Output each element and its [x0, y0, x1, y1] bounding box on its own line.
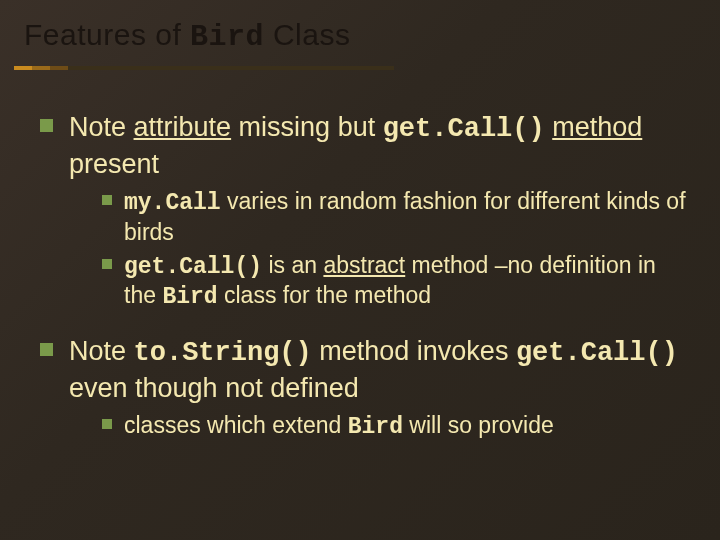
text-run: Note attribute missing but get.Call() me…	[69, 110, 692, 181]
slide-title: Features of Bird Class	[0, 0, 720, 54]
bullet-square-icon	[102, 419, 112, 429]
text-run: my.Call varies in random fashion for dif…	[124, 187, 692, 247]
text-run: get.Call() is an abstract method –no def…	[124, 251, 692, 313]
bullet-square-icon	[102, 259, 112, 269]
bullet-square-icon	[102, 195, 112, 205]
title-suffix: Class	[264, 18, 350, 51]
slide-body: Note attribute missing but get.Call() me…	[0, 70, 720, 442]
sub-bullet-list: classes which extend Bird will so provid…	[102, 411, 692, 442]
text-run: classes which extend Bird will so provid…	[124, 411, 554, 442]
text-run: Note to.String() method invokes get.Call…	[69, 334, 692, 405]
bullet-level1: Note to.String() method invokes get.Call…	[40, 334, 692, 405]
title-divider	[14, 66, 394, 70]
bullet-level1: Note attribute missing but get.Call() me…	[40, 110, 692, 181]
title-code: Bird	[190, 20, 264, 54]
bullet-square-icon	[40, 119, 53, 132]
bullet-level2: my.Call varies in random fashion for dif…	[102, 187, 692, 247]
bullet-level2: get.Call() is an abstract method –no def…	[102, 251, 692, 313]
bullet-level2: classes which extend Bird will so provid…	[102, 411, 692, 442]
bullet-square-icon	[40, 343, 53, 356]
sub-bullet-list: my.Call varies in random fashion for dif…	[102, 187, 692, 312]
title-prefix: Features of	[24, 18, 190, 51]
